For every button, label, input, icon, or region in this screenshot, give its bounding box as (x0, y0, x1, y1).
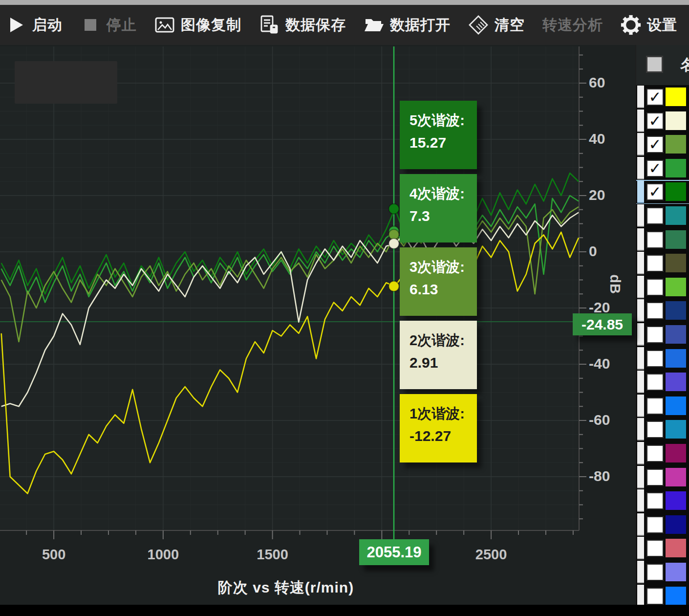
toolbar-start-label: 启动 (32, 15, 63, 35)
legend-rowheader-cell (637, 489, 644, 512)
toolbar-stop-button[interactable]: 停止 (80, 15, 137, 35)
tooltip-value: 15.27 (409, 130, 468, 155)
legend-rowheader-cell (637, 418, 644, 440)
series-color-swatch (666, 254, 686, 272)
legend-visibility-checkbox[interactable]: ✓ (646, 160, 664, 177)
legend-visibility-checkbox[interactable] (646, 469, 664, 486)
tooltip-value: 6.13 (409, 277, 468, 302)
plot-tool-gauge-b-button[interactable] (53, 70, 79, 95)
legend-row-20[interactable] (636, 536, 689, 560)
series-color-swatch (666, 587, 686, 605)
legend-visibility-checkbox[interactable] (646, 421, 664, 438)
legend-rowheader-cell (637, 180, 644, 203)
harmonic-tooltip-1: 1次谐波:-12.27 (400, 394, 477, 462)
save-data-icon (259, 15, 280, 35)
legend-visibility-checkbox[interactable] (646, 255, 664, 272)
toolbar-save-data-label: 数据保存 (285, 15, 346, 35)
legend-visibility-checkbox[interactable] (646, 564, 664, 581)
legend-row-18[interactable] (636, 489, 689, 513)
legend-row-17[interactable] (636, 465, 689, 489)
plot-tool-gauge-a-button[interactable] (19, 70, 44, 95)
legend-visibility-checkbox[interactable] (646, 279, 664, 296)
legend-row-2[interactable]: ✓ (636, 109, 689, 133)
legend-row-22[interactable] (636, 584, 689, 608)
legend-visibility-checkbox[interactable]: ✓ (646, 112, 664, 130)
legend-visibility-checkbox[interactable] (646, 207, 664, 224)
tooltip-label: 4次谐波: (409, 184, 468, 203)
legend-row-16[interactable] (636, 441, 689, 465)
legend-row-4[interactable]: ✓ (636, 156, 689, 180)
toolbar-start-button[interactable]: 启动 (6, 15, 63, 35)
legend-visibility-checkbox[interactable]: ✓ (646, 88, 664, 106)
toolbar-copy-image-button[interactable]: 图像复制 (154, 15, 241, 35)
toolbar-open-data-button[interactable]: 数据打开 (364, 15, 451, 35)
legend-row-14[interactable] (636, 394, 689, 418)
legend-visibility-checkbox[interactable] (646, 540, 664, 557)
series-color-swatch (666, 396, 686, 415)
legend-rowheader-cell (637, 157, 644, 179)
toolbar-settings-button[interactable]: 设置 (621, 15, 677, 35)
harmonic-tooltip-2: 2次谐波:2.91 (400, 321, 477, 389)
toolbar-speed-analysis-button[interactable]: 转速分析 (542, 15, 603, 35)
legend-row-5[interactable]: ✓ (636, 180, 689, 204)
series-color-swatch (666, 491, 686, 510)
series-color-swatch (666, 301, 686, 320)
plot-background (0, 46, 579, 530)
legend-rowheader-cell (637, 86, 644, 108)
legend-visibility-checkbox[interactable]: ✓ (646, 136, 664, 153)
legend-row-13[interactable] (636, 370, 689, 394)
eraser-icon (468, 15, 489, 35)
series-color-swatch (666, 373, 686, 391)
series-color-swatch (666, 563, 686, 581)
legend-rowheader-cell (637, 395, 644, 417)
legend-row-1[interactable]: ✓ (636, 85, 689, 109)
harmonic-tooltip-4: 4次谐波:7.3 (400, 174, 477, 242)
legend-visibility-checkbox[interactable] (646, 326, 664, 343)
legend-visibility-checkbox[interactable]: ✓ (646, 183, 664, 200)
legend-row-12[interactable] (636, 347, 689, 371)
legend-row-6[interactable] (636, 204, 689, 228)
legend-rowheader-cell (637, 228, 644, 251)
legend-row-10[interactable] (636, 299, 689, 323)
legend-visibility-checkbox[interactable] (646, 350, 664, 367)
legend-visibility-checkbox[interactable] (646, 445, 664, 462)
tooltip-label: 2次谐波: (409, 330, 468, 350)
series-color-swatch (666, 325, 686, 344)
legend-row-9[interactable] (636, 275, 689, 299)
bottom-bar (0, 605, 689, 616)
legend-rowheader-cell (637, 561, 644, 583)
legend-visibility-checkbox[interactable] (646, 492, 664, 509)
gear-icon (621, 15, 641, 35)
legend-row-7[interactable] (636, 228, 689, 252)
checkmark-icon: ✓ (649, 89, 662, 105)
legend-row-11[interactable] (636, 323, 689, 347)
legend-row-21[interactable] (636, 560, 689, 584)
legend-row-3[interactable]: ✓ (636, 132, 689, 156)
legend-visibility-checkbox[interactable] (646, 302, 664, 319)
legend-visibility-checkbox[interactable] (646, 516, 664, 533)
series-color-swatch (666, 349, 686, 368)
stop-icon (80, 15, 101, 35)
select-all-checkbox[interactable] (646, 56, 663, 73)
legend-row-19[interactable] (636, 513, 689, 537)
series-color-swatch (666, 88, 686, 106)
window-top-strip (0, 0, 689, 5)
y-tick-label: -40 (589, 355, 623, 372)
order-spectrum-plot[interactable] (0, 46, 594, 545)
toolbar-save-data-button[interactable]: 数据保存 (259, 15, 346, 35)
y-tick-label: -80 (589, 468, 623, 484)
toolbar-clear-button[interactable]: 清空 (468, 15, 525, 35)
legend-row-15[interactable] (636, 418, 689, 441)
legend-visibility-checkbox[interactable] (646, 231, 664, 248)
plot-tool-gear-f-button[interactable]: F (87, 70, 113, 95)
marker-dot-1次谐波 (389, 281, 399, 291)
legend-visibility-checkbox[interactable] (646, 374, 664, 391)
tooltip-value: 7.3 (409, 203, 468, 229)
legend-visibility-checkbox[interactable] (646, 588, 664, 605)
y-tick-label: 60 (589, 74, 623, 91)
legend-visibility-checkbox[interactable] (646, 397, 664, 415)
checkmark-icon: ✓ (649, 184, 662, 199)
legend-rowheader-cell (637, 204, 644, 227)
legend-row-8[interactable] (636, 251, 689, 275)
series-color-swatch (666, 111, 686, 130)
